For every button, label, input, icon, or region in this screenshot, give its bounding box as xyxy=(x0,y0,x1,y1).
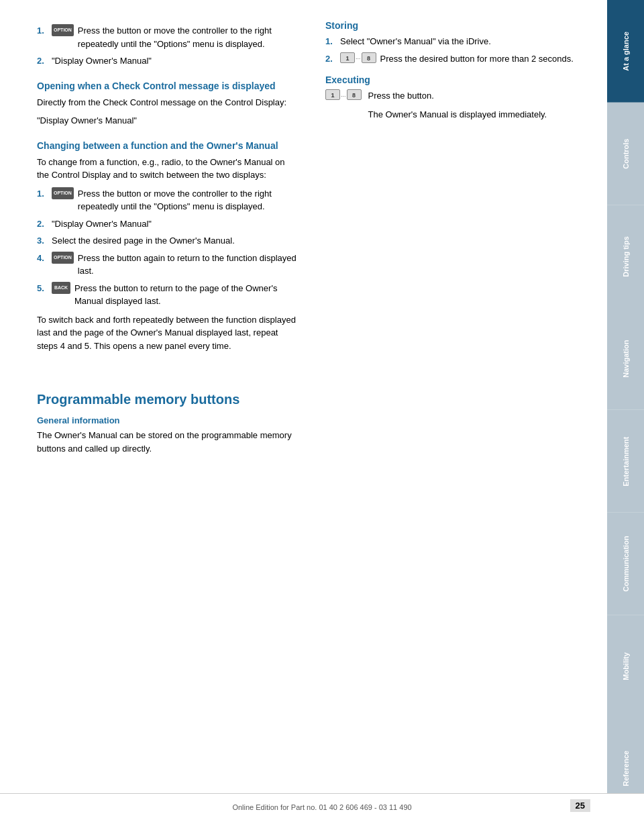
sidebar-item-entertainment[interactable]: Entertainment xyxy=(607,410,644,513)
list-item: 5. BACK Press the button to return to th… xyxy=(37,282,299,308)
section3-title: Programmable memory buttons xyxy=(37,391,299,407)
list-item: 2. "Display Owner's Manual" xyxy=(37,217,299,231)
sidebar-item-communication[interactable]: Communication xyxy=(607,513,644,615)
option-icon: OPTION xyxy=(52,187,74,199)
list-num: 2. xyxy=(37,54,49,68)
executing-block: 1 ... 8 Press the button. The Owner's Ma… xyxy=(325,89,587,126)
list-num: 3. xyxy=(37,234,49,248)
list-num: 1. xyxy=(37,187,49,201)
section2-footer: To switch back and forth repeatedly betw… xyxy=(37,313,299,353)
memory-icon: 1 ... 8 xyxy=(325,89,362,100)
footer-text: Online Edition for Part no. 01 40 2 606 … xyxy=(232,803,411,811)
divider xyxy=(37,358,299,371)
list-text: Select the desired page in the Owner's M… xyxy=(52,234,299,248)
section3-sub: General information xyxy=(37,415,299,425)
option-icon: OPTION xyxy=(52,24,74,36)
sidebar: At a glance Controls Driving tips Naviga… xyxy=(607,0,644,820)
sidebar-label: Controls xyxy=(622,139,630,169)
option-icon: OPTION xyxy=(52,252,74,264)
list-item: 1. Select "Owner's Manual" via the iDriv… xyxy=(325,35,587,48)
list-text: Press the button or move the controller … xyxy=(78,187,299,213)
list-text: "Display Owner's Manual" xyxy=(52,217,299,231)
mem-box-8: 8 xyxy=(347,89,362,100)
list-text: Press the desired button for more than 2… xyxy=(380,52,587,66)
sidebar-item-mobility[interactable]: Mobility xyxy=(607,615,644,718)
list-item: 1. OPTION Press the button or move the c… xyxy=(37,24,299,50)
sidebar-item-controls[interactable]: Controls xyxy=(607,103,644,205)
executing-text: Press the button. The Owner's Manual is … xyxy=(368,89,587,126)
sidebar-item-at-a-glance[interactable]: At a glance xyxy=(607,0,644,103)
sidebar-label: At a glance xyxy=(622,32,630,71)
mem-box-8: 8 xyxy=(362,52,376,63)
section2-heading: Changing between a function and the Owne… xyxy=(37,140,299,152)
list-num: 1. xyxy=(37,24,49,38)
exec-line1: Press the button. xyxy=(368,89,587,103)
section1-heading: Opening when a Check Control message is … xyxy=(37,80,299,92)
list-text: "Display Owner's Manual" xyxy=(52,54,299,68)
sidebar-label: Communication xyxy=(622,536,630,592)
main-content: 1. OPTION Press the button or move the c… xyxy=(0,0,607,820)
page-number: 25 xyxy=(570,799,590,812)
section1-body2: "Display Owner's Manual" xyxy=(37,114,299,127)
list-text: Press the button or move the controller … xyxy=(78,24,299,50)
section2-list: 1. OPTION Press the button or move the c… xyxy=(37,187,299,308)
list-num: 2. xyxy=(325,52,337,66)
list-item: 1. OPTION Press the button or move the c… xyxy=(37,187,299,213)
list-item: 3. Select the desired page in the Owner'… xyxy=(37,234,299,248)
mem-box-1: 1 xyxy=(340,52,355,63)
list-text: Press the button again to return to the … xyxy=(78,252,299,278)
list-text: Select "Owner's Manual" via the iDrive. xyxy=(340,35,587,48)
left-column: 1. OPTION Press the button or move the c… xyxy=(37,20,319,786)
list-num: 1. xyxy=(325,35,337,48)
sidebar-label: Reference xyxy=(622,751,630,786)
sidebar-label: Driving tips xyxy=(622,236,630,277)
sidebar-item-driving-tips[interactable]: Driving tips xyxy=(607,205,644,308)
list-item: 2. 1 ... 8 Press the desired button for … xyxy=(325,52,587,66)
list-num: 2. xyxy=(37,217,49,231)
sidebar-label: Entertainment xyxy=(622,436,630,486)
list-num: 5. xyxy=(37,282,49,295)
right-column: Storing 1. Select "Owner's Manual" via t… xyxy=(319,20,587,786)
mem-dots: ... xyxy=(356,53,361,62)
list-num: 4. xyxy=(37,252,49,265)
section3-body: The Owner's Manual can be stored on the … xyxy=(37,429,299,455)
section2-intro: To change from a function, e.g., radio, … xyxy=(37,156,299,182)
page-wrapper: 1. OPTION Press the button or move the c… xyxy=(0,0,644,820)
mem-dots: ... xyxy=(341,91,346,98)
list-text: Press the button to return to the page o… xyxy=(74,282,299,308)
storing-heading: Storing xyxy=(325,20,587,31)
mem-box-1: 1 xyxy=(325,89,340,100)
memory-icon: 1 ... 8 xyxy=(340,52,376,63)
list-item: 4. OPTION Press the button again to retu… xyxy=(37,252,299,278)
executing-heading: Executing xyxy=(325,74,587,85)
back-icon: BACK xyxy=(52,282,70,294)
section1-body1: Directly from the Check Control message … xyxy=(37,96,299,109)
sidebar-label: Mobility xyxy=(622,652,630,680)
footer: Online Edition for Part no. 01 40 2 606 … xyxy=(0,793,644,820)
sidebar-label: Navigation xyxy=(622,340,630,378)
storing-list: 1. Select "Owner's Manual" via the iDriv… xyxy=(325,35,587,65)
exec-line2: The Owner's Manual is displayed immediat… xyxy=(368,108,587,121)
list-item: 2. "Display Owner's Manual" xyxy=(37,54,299,68)
sidebar-item-navigation[interactable]: Navigation xyxy=(607,307,644,410)
intro-list: 1. OPTION Press the button or move the c… xyxy=(37,24,299,68)
